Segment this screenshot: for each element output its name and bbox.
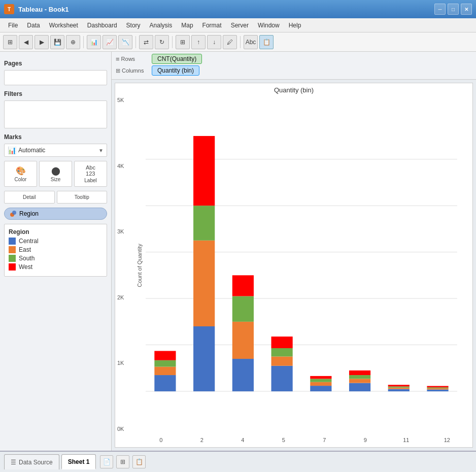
- legend-item-south: South: [9, 255, 103, 262]
- toolbar-showme-btn[interactable]: 📋: [259, 35, 274, 49]
- toolbar-newds-btn[interactable]: ⊕: [66, 35, 80, 49]
- tooltip-btn[interactable]: Tooltip: [57, 191, 108, 204]
- rows-pill[interactable]: CNT(Quantity): [152, 54, 202, 64]
- bar-chart-icon: 📊: [8, 146, 16, 154]
- sheet-action-icons: 📄 ⊞ 📋: [100, 455, 146, 468]
- toolbar-home-btn[interactable]: ⊞: [3, 35, 17, 49]
- marks-title: Marks: [4, 133, 107, 141]
- svg-point-1: [12, 211, 16, 215]
- toolbar-sort-asc-btn[interactable]: ↑: [191, 35, 206, 49]
- filters-box: [4, 100, 107, 128]
- main-layout: Pages Filters Marks 📊 Automatic ▼ 🎨 Colo…: [0, 52, 476, 451]
- svg-rect-37: [427, 388, 448, 389]
- app-title: Tableau - Book1: [18, 6, 69, 13]
- svg-rect-21: [271, 356, 293, 365]
- legend-color-central: [9, 238, 16, 245]
- svg-rect-29: [349, 379, 370, 383]
- toolbar-chart2-btn[interactable]: 📈: [103, 35, 117, 49]
- filters-title: Filters: [4, 90, 107, 97]
- toolbar-sep-3: [172, 36, 173, 48]
- color-btn[interactable]: 🎨 Color: [4, 161, 37, 187]
- menu-story[interactable]: Story: [122, 20, 145, 30]
- toolbar-text-btn[interactable]: Abc: [244, 35, 258, 49]
- toolbar-chart3-btn[interactable]: 📉: [118, 35, 132, 49]
- menu-dashboard[interactable]: Dashboard: [83, 20, 121, 30]
- toolbar-chart1-btn[interactable]: 📊: [87, 35, 101, 49]
- toolbar-swap-btn[interactable]: ⇄: [139, 35, 153, 49]
- new-sheet-btn[interactable]: 📄: [100, 455, 113, 468]
- svg-rect-33: [388, 388, 410, 389]
- svg-rect-17: [232, 322, 254, 359]
- maximize-button[interactable]: □: [448, 4, 459, 15]
- menu-format[interactable]: Format: [198, 20, 226, 30]
- marks-type-label: Automatic: [18, 147, 96, 154]
- menu-map[interactable]: Map: [177, 20, 197, 30]
- label-label: Label: [84, 178, 96, 183]
- right-area: ≡ Rows CNT(Quantity) ⊞ Columns Quantity …: [112, 52, 476, 451]
- marks-type-dropdown[interactable]: 📊 Automatic ▼: [4, 144, 107, 157]
- new-story-btn[interactable]: 📋: [132, 455, 146, 468]
- menu-window[interactable]: Window: [254, 20, 284, 30]
- legend-box: Region Central East South West: [4, 224, 107, 277]
- tooltip-label: Tooltip: [75, 194, 89, 200]
- x-label: 12: [427, 437, 468, 443]
- toolbar-save-btn[interactable]: 💾: [50, 35, 64, 49]
- window-controls: ─ □ ✕: [434, 4, 472, 15]
- menu-data[interactable]: Data: [23, 20, 44, 30]
- toolbar-sort-desc-btn[interactable]: ↓: [207, 35, 221, 49]
- y-label: 4K: [117, 163, 124, 169]
- x-label: 2: [182, 437, 223, 443]
- x-axis-labels: 0245791112: [141, 437, 467, 443]
- toolbar-sep-4: [240, 36, 241, 48]
- columns-pill[interactable]: Quantity (bin): [152, 65, 199, 76]
- datasource-tab[interactable]: ☰ Data Source: [4, 454, 59, 469]
- menu-help[interactable]: Help: [285, 20, 305, 30]
- region-icon: [10, 210, 17, 217]
- detail-btn[interactable]: Detail: [4, 191, 55, 204]
- app-icon: T: [4, 4, 14, 14]
- size-icon: ⬤: [51, 166, 60, 176]
- y-label: 2K: [117, 295, 124, 300]
- sheet1-tab[interactable]: Sheet 1: [61, 454, 96, 469]
- toolbar-refresh-btn[interactable]: ↻: [155, 35, 169, 49]
- menu-server[interactable]: Server: [227, 20, 253, 30]
- pages-title: Pages: [4, 60, 107, 67]
- svg-rect-34: [388, 386, 410, 387]
- minimize-button[interactable]: ─: [434, 4, 446, 15]
- svg-rect-26: [310, 379, 331, 382]
- close-button[interactable]: ✕: [461, 4, 472, 15]
- color-label: Color: [15, 177, 27, 182]
- toolbar-back-btn[interactable]: ◀: [19, 35, 33, 49]
- legend-item-east: East: [9, 246, 103, 253]
- datasource-label: Data Source: [19, 459, 53, 466]
- toolbar-annotation-btn[interactable]: 🖊: [223, 35, 237, 49]
- toolbar-forward-btn[interactable]: ▶: [35, 35, 49, 49]
- svg-rect-30: [349, 375, 370, 379]
- x-label: 11: [386, 437, 427, 443]
- svg-rect-13: [193, 241, 215, 326]
- menu-worksheet[interactable]: Worksheet: [45, 20, 82, 30]
- new-dashboard-btn[interactable]: ⊞: [116, 455, 129, 468]
- toolbar-group-btn[interactable]: ⊞: [176, 35, 190, 49]
- menu-analysis[interactable]: Analysis: [146, 20, 177, 30]
- chart-area: Quantity (bin) Count of Quantity 0245791…: [115, 83, 473, 448]
- legend-label-east: East: [19, 246, 31, 253]
- columns-shelf: ⊞ Columns Quantity (bin): [116, 65, 472, 76]
- y-axis-labels: 0K1K2K3K4K5K: [117, 97, 124, 432]
- svg-rect-38: [427, 387, 448, 388]
- size-btn[interactable]: ⬤ Size: [39, 161, 72, 187]
- svg-rect-28: [349, 383, 370, 391]
- svg-rect-16: [232, 359, 254, 391]
- y-label: 0K: [117, 426, 124, 432]
- svg-rect-18: [232, 296, 254, 322]
- svg-rect-23: [271, 336, 293, 348]
- menu-file[interactable]: File: [4, 20, 22, 30]
- svg-rect-24: [310, 386, 331, 391]
- size-label: Size: [51, 177, 60, 182]
- region-pill[interactable]: Region: [4, 208, 107, 220]
- label-btn[interactable]: Abc123 Label: [74, 161, 107, 187]
- y-label: 3K: [117, 229, 124, 234]
- svg-rect-10: [154, 360, 176, 367]
- svg-rect-15: [193, 136, 215, 206]
- toolbar: ⊞ ◀ ▶ 💾 ⊕ 📊 📈 📉 ⇄ ↻ ⊞ ↑ ↓ 🖊 Abc 📋: [0, 32, 476, 52]
